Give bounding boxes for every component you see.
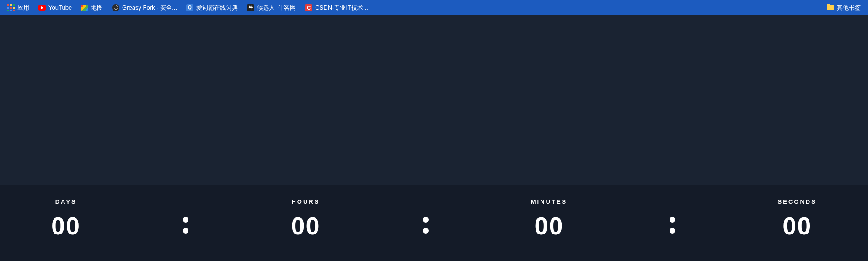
separator-dot xyxy=(183,217,188,223)
bookmark-maps[interactable]: 地图 xyxy=(77,2,107,14)
countdown-days-value: 00 xyxy=(51,213,80,238)
apps-icon xyxy=(7,4,15,11)
countdown-seconds: SECONDS 00 xyxy=(778,198,817,238)
countdown-separator xyxy=(183,217,188,234)
separator-dot xyxy=(423,217,429,223)
bookmark-nowcoder[interactable]: 牛 候选人_牛客网 xyxy=(243,2,300,14)
bookmark-label: 应用 xyxy=(17,4,29,12)
countdown-days: DAYS 00 xyxy=(51,198,80,238)
bookmark-label: CSDN-专业IT技术... xyxy=(315,4,368,12)
countdown-hours: HOURS 00 xyxy=(291,198,320,238)
bookmark-label: 候选人_牛客网 xyxy=(257,4,296,12)
countdown-minutes-value: 00 xyxy=(534,213,563,238)
countdown-section: DAYS 00 HOURS 00 MINUTES 00 SECONDS 00 xyxy=(0,185,868,261)
folder-icon xyxy=(827,4,834,11)
separator-dot xyxy=(670,228,675,234)
bookmark-iciba[interactable]: Q 爱词霸在线词典 xyxy=(182,2,241,14)
page-top-spacer xyxy=(0,15,868,185)
nowcoder-icon: 牛 xyxy=(247,4,254,11)
bookmark-label: 地图 xyxy=(91,4,103,12)
countdown-hours-label: HOURS xyxy=(291,198,320,205)
bookmark-label: 爱词霸在线词典 xyxy=(196,4,238,12)
youtube-icon xyxy=(38,4,46,11)
maps-icon xyxy=(81,4,88,11)
countdown-hours-value: 00 xyxy=(291,213,320,238)
countdown-separator xyxy=(670,217,675,234)
bookmarks-bar: 应用 YouTube 地图 Greasy Fork - 安全... Q 爱词霸在… xyxy=(0,0,868,15)
bookmarks-right: 其他书签 xyxy=(817,2,864,14)
separator-dot xyxy=(183,228,188,234)
bookmark-other-folder[interactable]: 其他书签 xyxy=(823,2,864,14)
bookmarks-left: 应用 YouTube 地图 Greasy Fork - 安全... Q 爱词霸在… xyxy=(4,2,372,14)
bookmark-youtube[interactable]: YouTube xyxy=(35,2,75,13)
countdown-separator xyxy=(423,217,429,234)
countdown-seconds-label: SECONDS xyxy=(778,198,817,205)
bookmark-label: 其他书签 xyxy=(837,4,861,12)
bookmark-csdn[interactable]: C CSDN-专业IT技术... xyxy=(301,2,372,14)
countdown-minutes-label: MINUTES xyxy=(531,198,568,205)
page-content: DAYS 00 HOURS 00 MINUTES 00 SECONDS 00 xyxy=(0,15,868,261)
separator-dot xyxy=(423,228,429,234)
dict-icon: Q xyxy=(186,4,193,11)
countdown-minutes: MINUTES 00 xyxy=(531,198,568,238)
countdown-days-label: DAYS xyxy=(55,198,77,205)
bookmark-label: Greasy Fork - 安全... xyxy=(122,4,177,12)
bookmark-label: YouTube xyxy=(48,4,72,11)
bookmark-greasyfork[interactable]: Greasy Fork - 安全... xyxy=(108,2,181,14)
bookmark-apps[interactable]: 应用 xyxy=(4,2,33,14)
bookmarks-divider xyxy=(820,3,820,12)
csdn-icon: C xyxy=(305,4,312,11)
countdown-seconds-value: 00 xyxy=(782,213,812,238)
separator-dot xyxy=(670,217,675,223)
greasy-icon xyxy=(112,4,119,11)
